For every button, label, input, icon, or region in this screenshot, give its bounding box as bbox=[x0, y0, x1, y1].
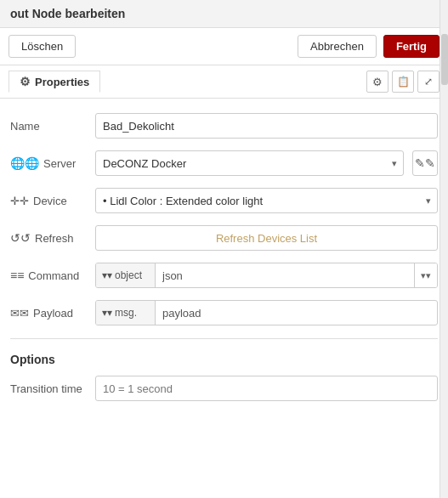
payload-row: ✉ Payload ▾ msg. bbox=[10, 294, 438, 331]
options-title: Options bbox=[10, 346, 438, 370]
tab-doc-button[interactable]: 📋 bbox=[392, 71, 414, 93]
pencil-icon: ✎ bbox=[415, 156, 435, 170]
command-arrow-icon: ▾ bbox=[421, 270, 431, 281]
payload-type-label: msg. bbox=[115, 307, 137, 319]
transition-time-label: Transition time bbox=[10, 382, 87, 395]
cancel-button[interactable]: Abbrechen bbox=[298, 35, 377, 58]
scrollbar[interactable] bbox=[439, 0, 448, 498]
device-icon: ✛ bbox=[10, 195, 29, 207]
refresh-label: ↺ Refresh bbox=[10, 231, 87, 245]
name-input[interactable] bbox=[95, 113, 438, 139]
transition-time-row: Transition time bbox=[10, 370, 438, 407]
command-value-arrow[interactable]: ▾ bbox=[414, 263, 437, 287]
delete-button[interactable]: Löschen bbox=[9, 35, 76, 58]
done-button[interactable]: Fertig bbox=[383, 35, 439, 58]
payload-label: ✉ Payload bbox=[10, 307, 87, 320]
scrollbar-thumb bbox=[441, 34, 448, 85]
tab-arrows-icon: ⤢ bbox=[424, 76, 433, 88]
command-typed-input: ▾ object ▾ bbox=[95, 263, 438, 288]
name-row: Name bbox=[10, 107, 438, 144]
command-icon: ≡ bbox=[10, 269, 24, 282]
globe-icon: 🌐 bbox=[10, 156, 39, 170]
properties-tab-label: Properties bbox=[35, 76, 89, 88]
payload-value-input[interactable] bbox=[156, 303, 437, 323]
name-label: Name bbox=[10, 120, 87, 133]
command-type-arrow: ▾ bbox=[102, 269, 112, 281]
device-row: ✛ Device • Lidl Color : Extended color l… bbox=[10, 182, 438, 219]
server-row: 🌐 Server DeCONZ Docker ✎ bbox=[10, 144, 438, 182]
refresh-devices-button[interactable]: Refresh Devices List bbox=[95, 225, 438, 251]
device-select[interactable]: • Lidl Color : Extended color light bbox=[95, 188, 438, 213]
command-type-label: object bbox=[115, 269, 142, 281]
action-bar: Löschen Abbrechen Fertig bbox=[0, 28, 448, 65]
refresh-row: ↺ Refresh Refresh Devices List bbox=[10, 219, 438, 257]
refresh-icon: ↺ bbox=[10, 231, 31, 245]
title-bar: out Node bearbeiten bbox=[0, 0, 448, 28]
command-row: ≡ Command ▾ object ▾ bbox=[10, 257, 438, 294]
command-type-selector[interactable]: ▾ object bbox=[96, 263, 156, 287]
server-select-wrapper: DeCONZ Docker bbox=[95, 150, 404, 176]
command-value-input[interactable] bbox=[156, 266, 414, 286]
tab-arrows-button[interactable]: ⤢ bbox=[417, 71, 439, 93]
server-edit-button[interactable]: ✎ bbox=[412, 150, 438, 176]
form-body: Name 🌐 Server DeCONZ Docker ✎ ✛ Device •… bbox=[0, 99, 448, 416]
properties-tab[interactable]: Properties bbox=[9, 71, 100, 93]
envelope-icon: ✉ bbox=[10, 307, 29, 320]
server-label: 🌐 Server bbox=[10, 156, 87, 170]
transition-time-input[interactable] bbox=[95, 376, 438, 401]
payload-type-selector[interactable]: ▾ msg. bbox=[96, 301, 156, 325]
tabs-row: Properties 📋 ⤢ bbox=[0, 65, 448, 99]
payload-typed-input: ▾ msg. bbox=[95, 300, 438, 325]
properties-gear-icon bbox=[20, 75, 31, 88]
tab-gear-icon bbox=[372, 76, 383, 88]
command-label: ≡ Command bbox=[10, 269, 87, 282]
device-select-wrapper: • Lidl Color : Extended color light bbox=[95, 188, 438, 213]
device-label: ✛ Device bbox=[10, 195, 87, 207]
options-separator bbox=[10, 338, 438, 339]
server-select[interactable]: DeCONZ Docker bbox=[95, 150, 404, 176]
payload-type-arrow: ▾ bbox=[102, 307, 112, 319]
tab-doc-icon: 📋 bbox=[397, 76, 410, 88]
tab-gear-button[interactable] bbox=[366, 71, 388, 93]
title-text: out Node bearbeiten bbox=[10, 7, 125, 20]
tab-icons: 📋 ⤢ bbox=[366, 71, 439, 93]
